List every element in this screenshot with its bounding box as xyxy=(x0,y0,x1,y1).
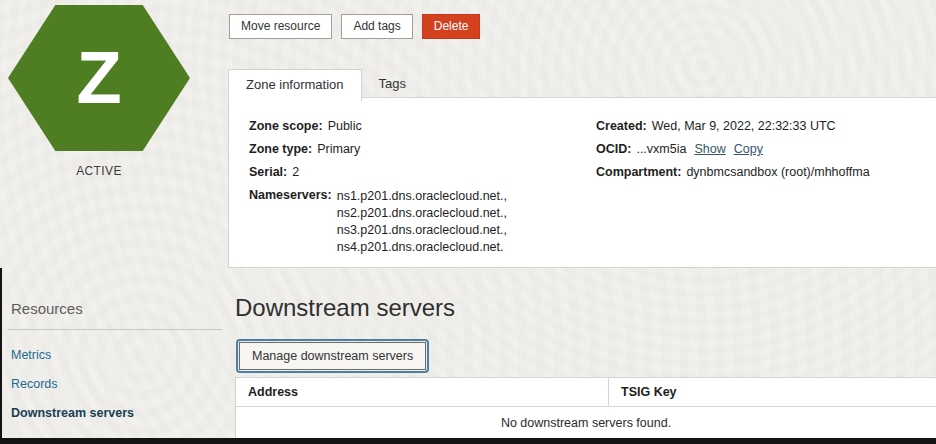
resources-divider xyxy=(8,329,222,330)
ocid-show-link[interactable]: Show xyxy=(694,142,725,156)
downstream-servers-table: Address TSIG Key No downstream servers f… xyxy=(235,377,936,441)
nameserver-line: ns1.p201.dns.oraclecloud.net., xyxy=(337,188,507,205)
zone-status-hexagon-icon: Z xyxy=(8,5,190,151)
resources-list: Metrics Records Downstream servers xyxy=(11,348,134,420)
compartment-label: Compartment: xyxy=(596,165,681,179)
compartment-value: dynbmcsandbox (root)/mhhoffma xyxy=(686,165,869,179)
nameserver-line: ns4.p201.dns.oraclecloud.net. xyxy=(337,239,507,256)
zone-type-value: Primary xyxy=(317,142,360,156)
created-label: Created: xyxy=(596,119,647,133)
created-row: Created: Wed, Mar 9, 2022, 22:32:33 UTC xyxy=(596,119,936,133)
resources-heading: Resources xyxy=(11,300,83,317)
sidebar-item-records[interactable]: Records xyxy=(11,377,134,391)
zone-scope-row: Zone scope: Public xyxy=(249,119,596,133)
sidebar-item-metrics[interactable]: Metrics xyxy=(11,348,134,362)
serial-value: 2 xyxy=(292,165,299,179)
table-empty-message: No downstream servers found. xyxy=(235,406,936,441)
zone-type-row: Zone type: Primary xyxy=(249,142,596,156)
zone-info-right-column: Created: Wed, Mar 9, 2022, 22:32:33 UTC … xyxy=(596,119,936,267)
ocid-value: ...vxm5ia xyxy=(636,142,686,156)
column-header-tsig-key: TSIG Key xyxy=(608,378,936,406)
zone-details-page: Z ACTIVE Move resource Add tags Delete Z… xyxy=(0,0,936,444)
serial-label: Serial: xyxy=(249,165,287,179)
zone-letter: Z xyxy=(76,41,121,115)
nameserver-line: ns3.p201.dns.oraclecloud.net., xyxy=(337,222,507,239)
add-tags-button[interactable]: Add tags xyxy=(341,14,412,39)
manage-downstream-servers-button[interactable]: Manage downstream servers xyxy=(239,342,426,370)
tab-tags[interactable]: Tags xyxy=(362,69,423,100)
sidebar-item-downstream-servers[interactable]: Downstream servers xyxy=(11,406,134,420)
zone-information-panel: Zone scope: Public Zone type: Primary Se… xyxy=(228,97,936,268)
column-header-address: Address xyxy=(236,378,608,406)
toolbar: Move resource Add tags Delete xyxy=(229,14,480,39)
status-badge: ACTIVE xyxy=(8,164,190,178)
tab-bar: Zone information Tags xyxy=(228,69,423,100)
delete-button[interactable]: Delete xyxy=(422,14,481,39)
manage-downstream-focus-ring: Manage downstream servers xyxy=(236,339,429,373)
compartment-row: Compartment: dynbmcsandbox (root)/mhhoff… xyxy=(596,165,936,179)
page-title: Downstream servers xyxy=(235,294,455,322)
nameservers-value: ns1.p201.dns.oraclecloud.net., ns2.p201.… xyxy=(337,188,507,256)
table-header-row: Address TSIG Key xyxy=(235,377,936,406)
nameservers-label: Nameservers: xyxy=(249,188,332,256)
serial-row: Serial: 2 xyxy=(249,165,596,179)
created-value: Wed, Mar 9, 2022, 22:32:33 UTC xyxy=(652,119,836,133)
ocid-copy-link[interactable]: Copy xyxy=(734,142,763,156)
ocid-row: OCID: ...vxm5ia Show Copy xyxy=(596,142,936,156)
nameserver-line: ns2.p201.dns.oraclecloud.net., xyxy=(337,205,507,222)
zone-scope-value: Public xyxy=(328,119,362,133)
window-left-edge xyxy=(0,268,2,444)
ocid-label: OCID: xyxy=(596,142,631,156)
move-resource-button[interactable]: Move resource xyxy=(229,14,332,39)
window-bottom-edge xyxy=(0,438,936,444)
tab-zone-information[interactable]: Zone information xyxy=(228,69,362,101)
zone-scope-label: Zone scope: xyxy=(249,119,323,133)
zone-type-label: Zone type: xyxy=(249,142,312,156)
zone-info-left-column: Zone scope: Public Zone type: Primary Se… xyxy=(249,119,596,267)
nameservers-row: Nameservers: ns1.p201.dns.oraclecloud.ne… xyxy=(249,188,596,256)
